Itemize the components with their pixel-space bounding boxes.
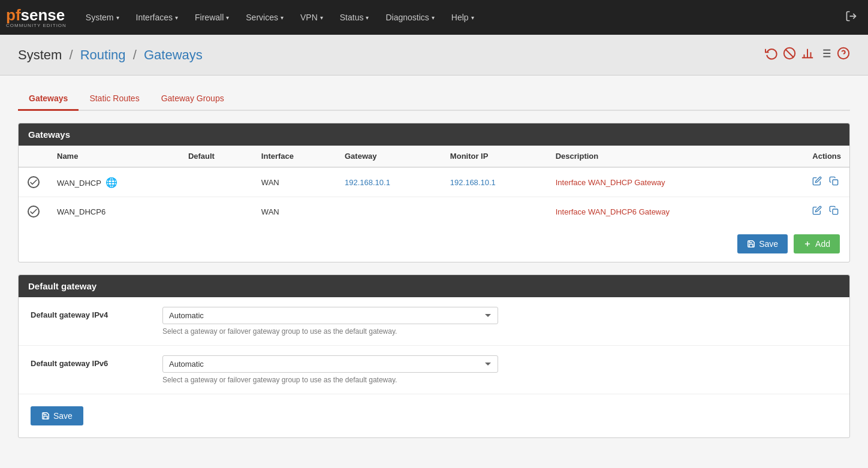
col-check	[19, 146, 49, 167]
gateways-panel-body: Name Default Interface Gateway Monitor I…	[19, 146, 849, 262]
check-icon-2	[28, 206, 40, 218]
gateways-add-button[interactable]: Add	[794, 234, 840, 253]
row1-description: Interface WAN_DHCP Gateway	[547, 167, 768, 197]
row1-copy-button[interactable]	[827, 174, 841, 191]
row2-edit-button[interactable]	[810, 203, 824, 220]
row2-actions	[768, 197, 849, 227]
nav-caret-help: ▾	[471, 14, 474, 21]
check-icon-1	[28, 176, 40, 188]
nav-item-vpn[interactable]: VPN ▾	[292, 0, 331, 35]
breadcrumb-current: Gateways	[144, 47, 203, 62]
row1-interface: WAN	[253, 167, 336, 197]
stop-icon[interactable]	[783, 47, 796, 63]
nav-label-firewall: Firewall	[195, 13, 224, 22]
nav-caret-vpn: ▾	[320, 14, 323, 21]
col-description: Description	[547, 146, 768, 167]
tabs: Gateways Static Routes Gateway Groups	[18, 87, 850, 111]
nav-item-system[interactable]: System ▾	[77, 0, 128, 35]
logo-pf: pf	[6, 6, 21, 24]
svg-rect-16	[833, 209, 838, 215]
nav-item-interfaces[interactable]: Interfaces ▾	[128, 0, 186, 35]
nav-label-vpn: VPN	[300, 13, 318, 22]
nav-caret-firewall: ▾	[226, 14, 229, 21]
row2-interface: WAN	[253, 197, 336, 227]
tab-gateway-groups[interactable]: Gateway Groups	[150, 87, 235, 111]
table-header-row: Name Default Interface Gateway Monitor I…	[19, 146, 849, 167]
nav-item-status[interactable]: Status ▾	[331, 0, 378, 35]
row2-monitor-ip	[442, 197, 547, 227]
breadcrumb-actions	[765, 47, 850, 63]
row2-check	[19, 197, 49, 227]
ipv4-row: Default gateway IPv4 Automatic WAN_DHCP …	[19, 297, 849, 346]
ipv4-control: Automatic WAN_DHCP - 192.168.10.1 Select…	[162, 307, 837, 336]
tab-static-routes[interactable]: Static Routes	[79, 87, 150, 111]
ipv6-help: Select a gateway or failover gateway gro…	[162, 376, 837, 384]
breadcrumb: System / Routing / Gateways	[18, 47, 203, 63]
ipv6-label: Default gateway IPv6	[31, 355, 150, 368]
col-default: Default	[180, 146, 253, 167]
list-icon[interactable]	[819, 47, 832, 63]
chart-icon[interactable]	[801, 47, 814, 63]
svg-rect-15	[833, 180, 838, 185]
default-gateway-save-label: Save	[53, 411, 73, 421]
row1-name-text: WAN_DHCP	[57, 179, 101, 188]
gateways-save-label: Save	[759, 239, 778, 249]
row1-name: WAN_DHCP 🌐	[49, 167, 180, 197]
logo-edition: COMMUNITY EDITION	[6, 23, 67, 28]
nav-item-firewall[interactable]: Firewall ▾	[186, 0, 237, 35]
svg-line-2	[786, 50, 794, 58]
nav-label-services: Services	[246, 13, 278, 22]
ipv4-help: Select a gateway or failover gateway gro…	[162, 327, 837, 336]
nav-caret-interfaces: ▾	[175, 14, 178, 21]
row1-gateway: 192.168.10.1	[336, 167, 442, 197]
col-name: Name	[49, 146, 180, 167]
globe-icon-1: 🌐	[106, 177, 117, 188]
default-gateway-panel-header: Default gateway	[19, 275, 849, 297]
gateways-panel: Gateways Name Default Interface Gateway …	[18, 123, 850, 262]
row2-default	[180, 197, 253, 227]
row2-copy-button[interactable]	[827, 203, 841, 220]
col-gateway: Gateway	[336, 146, 442, 167]
brand-logo[interactable]: pfsense COMMUNITY EDITION	[6, 7, 67, 28]
row1-monitor-ip: 192.168.10.1	[442, 167, 547, 197]
default-gateway-save-button[interactable]: Save	[31, 406, 83, 425]
row1-check	[19, 167, 49, 197]
row2-name: WAN_DHCP6	[49, 197, 180, 227]
table-row: WAN_DHCP 🌐 WAN 192.168.10.1 192.168.10.1…	[19, 167, 849, 197]
default-gateway-panel-body: Default gateway IPv4 Automatic WAN_DHCP …	[19, 297, 849, 437]
default-gateway-panel: Default gateway Default gateway IPv4 Aut…	[18, 274, 850, 438]
gateways-add-label: Add	[815, 239, 830, 249]
row2-gateway	[336, 197, 442, 227]
breadcrumb-sep2: /	[133, 47, 137, 62]
breadcrumb-bar: System / Routing / Gateways	[0, 35, 868, 76]
ipv4-select[interactable]: Automatic WAN_DHCP - 192.168.10.1	[162, 307, 498, 324]
nav-label-status: Status	[340, 13, 364, 22]
col-monitor-ip: Monitor IP	[442, 146, 547, 167]
nav-label-help: Help	[451, 13, 469, 22]
nav-item-diagnostics[interactable]: Diagnostics ▾	[377, 0, 442, 35]
main-content: Gateways Static Routes Gateway Groups Ga…	[0, 76, 868, 462]
nav-caret-status: ▾	[366, 14, 369, 21]
breadcrumb-system: System	[18, 47, 62, 62]
ipv6-row: Default gateway IPv6 Automatic WAN_DHCP6…	[19, 346, 849, 394]
nav-item-services[interactable]: Services ▾	[237, 0, 292, 35]
refresh-icon[interactable]	[765, 47, 778, 63]
gateways-table: Name Default Interface Gateway Monitor I…	[19, 146, 849, 226]
help-icon[interactable]	[837, 47, 850, 63]
col-actions: Actions	[768, 146, 849, 167]
nav-caret-diagnostics: ▾	[432, 14, 435, 21]
row1-edit-button[interactable]	[810, 174, 824, 191]
gateways-save-button[interactable]: Save	[737, 234, 788, 253]
breadcrumb-sep1: /	[69, 47, 73, 62]
logout-button[interactable]	[840, 5, 862, 30]
tab-gateways[interactable]: Gateways	[18, 87, 79, 111]
nav-caret-system: ▾	[116, 14, 119, 21]
default-gateway-save-row: Save	[19, 394, 849, 437]
breadcrumb-routing[interactable]: Routing	[80, 47, 126, 62]
ipv6-select[interactable]: Automatic WAN_DHCP6	[162, 355, 498, 373]
row1-default	[180, 167, 253, 197]
ipv4-label: Default gateway IPv4	[31, 307, 150, 319]
row1-actions	[768, 167, 849, 197]
nav-item-help[interactable]: Help ▾	[443, 0, 483, 35]
nav-right	[840, 5, 862, 30]
